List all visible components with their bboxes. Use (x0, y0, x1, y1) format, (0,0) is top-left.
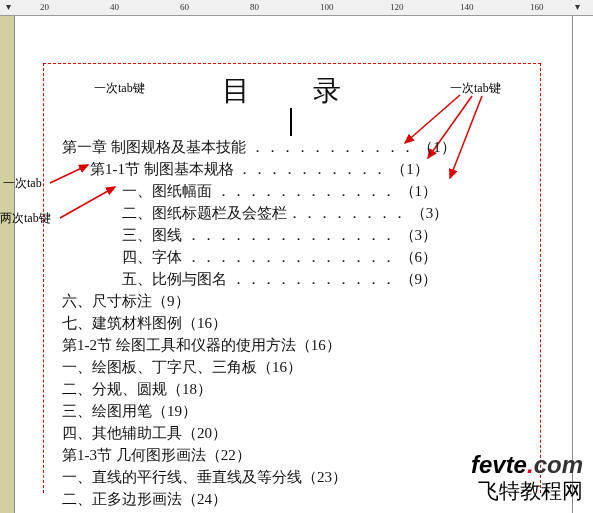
left-margin-bar (0, 16, 14, 513)
toc-entry: 二、图纸标题栏及会签栏．．．．．．．． （3） (122, 204, 448, 223)
toc-flat-entry: 四、其他辅助工具（20） (62, 424, 227, 443)
ruler-tick: 160 (530, 2, 544, 12)
toc-entry: 四、字体 ．．．．．．．．．．．．．． （6） (122, 248, 437, 267)
toc-flat-entry: 第1-2节 绘图工具和仪器的使用方法（16） (62, 336, 341, 355)
toc-flat-entry: 六、尺寸标注（9） (62, 292, 190, 311)
watermark-cn: 飞特教程网 (471, 477, 583, 505)
annotation-tab-top-right: 一次tab键 (450, 80, 501, 97)
text-cursor (290, 108, 292, 136)
watermark-name: fevte (471, 451, 527, 478)
toc-flat-entry: 二、正多边形画法（24） (62, 490, 227, 509)
ruler-tick: 140 (460, 2, 474, 12)
toc-flat-entry: 一、直线的平行线、垂直线及等分线（23） (62, 468, 347, 487)
toc-entry: 第一章 制图规格及基本技能 ．．．．．．．．．．． （1） (62, 138, 456, 157)
annotation-tab-top-left: 一次tab键 (94, 80, 145, 97)
toc-flat-entry: 七、建筑材料图例（16） (62, 314, 227, 333)
toc-entry: 五、比例与图名 ．．．．．．．．．．． （9） (122, 270, 437, 289)
toc-flat-entry: 三、绘图用笔（19） (62, 402, 197, 421)
toc-flat-entry: 一、绘图板、丁字尺、三角板（16） (62, 358, 302, 377)
ruler-tick: 60 (180, 2, 189, 12)
annotation-tab-left-1: 一次tab (3, 175, 42, 192)
ruler-tick: 100 (320, 2, 334, 12)
annotation-tab-left-2: 两次tab键 (0, 210, 51, 227)
ruler-marker-left: ▾ (6, 1, 11, 12)
watermark: fevte.com 飞特教程网 (471, 451, 583, 505)
ruler-tick: 20 (40, 2, 49, 12)
toc-entry: 一、图纸幅面 ．．．．．．．．．．．． （1） (122, 182, 437, 201)
watermark-dot: . (527, 451, 534, 478)
ruler-marker-right: ▾ (575, 1, 580, 12)
toc-entry: 第1-1节 制图基本规格 ．．．．．．．．．． （1） (90, 160, 429, 179)
horizontal-ruler: ▾ 20 40 60 80 100 120 140 160 ▾ (0, 0, 593, 16)
watermark-url: fevte.com (471, 451, 583, 479)
ruler-tick: 40 (110, 2, 119, 12)
ruler-tick: 120 (390, 2, 404, 12)
ruler-tick: 80 (250, 2, 259, 12)
toc-flat-entry: 二、分规、圆规（18） (62, 380, 212, 399)
toc-flat-entry: 第1-3节 几何图形画法（22） (62, 446, 251, 465)
toc-entry: 三、图线 ．．．．．．．．．．．．．． （3） (122, 226, 437, 245)
watermark-tld: com (534, 451, 583, 478)
